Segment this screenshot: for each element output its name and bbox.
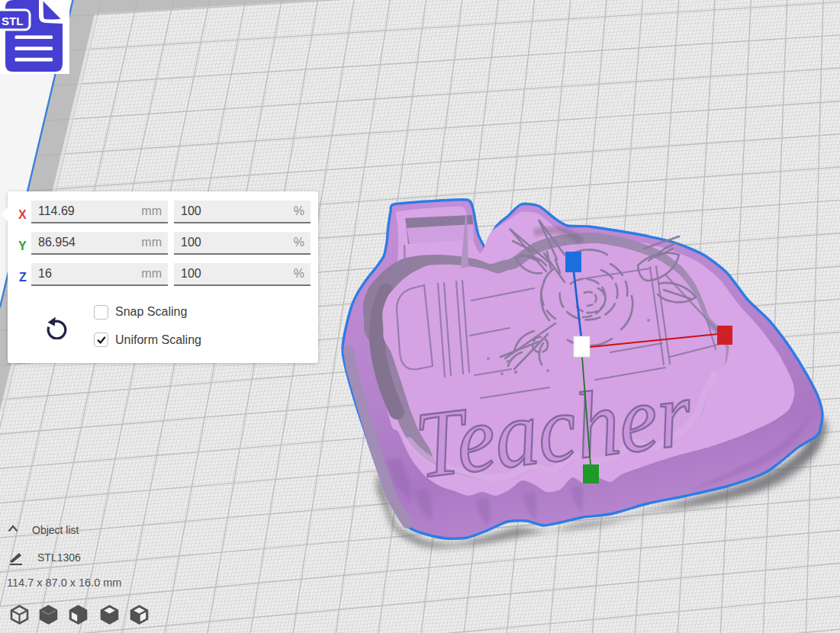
svg-text:STL: STL [2,14,23,27]
